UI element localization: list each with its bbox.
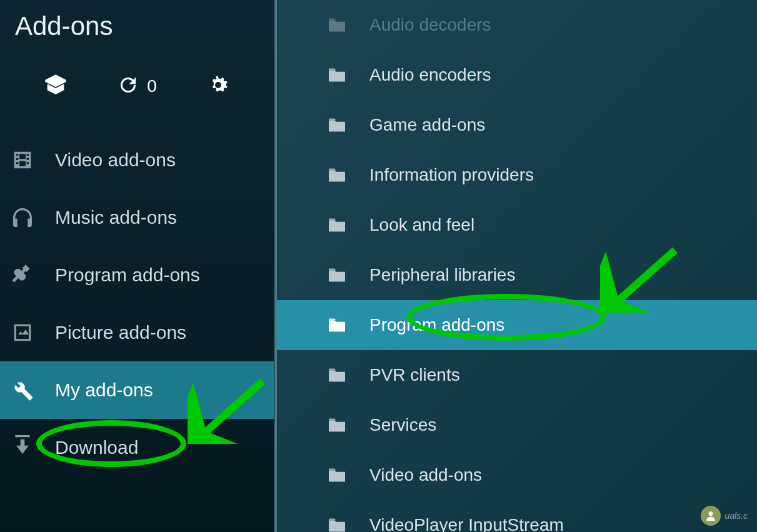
category-item-services[interactable]: Services — [277, 400, 757, 450]
toolbar: 0 — [0, 48, 274, 131]
svg-point-2 — [709, 511, 713, 516]
category-item-video-addons[interactable]: Video add-ons — [277, 450, 757, 500]
refresh-icon — [117, 74, 139, 99]
tools-icon — [10, 263, 35, 288]
category-item-pvr-clients[interactable]: PVR clients — [277, 350, 757, 400]
folder-icon — [327, 167, 347, 183]
sidebar-item-music-addons[interactable]: Music add-ons — [0, 189, 274, 246]
category-item-audio-encoders[interactable]: Audio encoders — [277, 50, 757, 100]
category-label: Information providers — [369, 165, 534, 185]
page-title: Add-ons — [0, 0, 274, 48]
watermark-text: uals.c — [724, 511, 748, 521]
sidebar-item-label: Picture add-ons — [55, 322, 186, 343]
folder-icon — [327, 17, 347, 33]
category-item-peripheral-libraries[interactable]: Peripheral libraries — [277, 250, 757, 300]
folder-icon — [327, 367, 347, 383]
sidebar-item-download[interactable]: Download — [0, 419, 274, 476]
box-button[interactable] — [43, 73, 68, 100]
category-label: Audio decoders — [369, 15, 491, 35]
sidebar-list: Video add-ons Music add-ons Program add-… — [0, 131, 274, 476]
folder-icon — [327, 417, 347, 433]
category-label: PVR clients — [369, 365, 460, 385]
category-item-look-and-feel[interactable]: Look and feel — [277, 200, 757, 250]
right-panel: Audio decoders Audio encoders Game add-o… — [275, 0, 757, 532]
category-item-game-addons[interactable]: Game add-ons — [277, 100, 757, 150]
category-item-program-addons[interactable]: Program add-ons — [277, 300, 757, 350]
category-label: Services — [369, 415, 436, 435]
watermark-avatar-icon — [701, 506, 721, 526]
sidebar: Add-ons 0 Video add-ons — [0, 0, 275, 532]
folder-icon — [327, 117, 347, 133]
category-label: Game add-ons — [369, 115, 485, 135]
folder-icon — [327, 317, 347, 333]
folder-icon — [327, 267, 347, 283]
folder-icon — [327, 67, 347, 83]
film-icon — [10, 148, 35, 173]
category-label: Peripheral libraries — [369, 265, 515, 285]
picture-icon — [10, 320, 35, 345]
category-label: Program add-ons — [369, 315, 504, 335]
category-item-audio-decoders[interactable]: Audio decoders — [277, 0, 757, 50]
gear-icon — [206, 73, 231, 100]
sidebar-item-label: My add-ons — [55, 379, 153, 401]
folder-icon — [327, 467, 347, 483]
sidebar-item-my-addons[interactable]: My add-ons — [0, 361, 274, 419]
sidebar-item-program-addons[interactable]: Program add-ons — [0, 246, 274, 304]
settings-button[interactable] — [206, 73, 231, 100]
category-item-information-providers[interactable]: Information providers — [277, 150, 757, 200]
category-label: Video add-ons — [369, 465, 482, 485]
sidebar-item-label: Program add-ons — [55, 264, 200, 286]
sidebar-item-label: Video add-ons — [55, 149, 176, 171]
sidebar-item-picture-addons[interactable]: Picture add-ons — [0, 304, 274, 361]
sidebar-item-label: Download — [55, 437, 138, 458]
sidebar-item-video-addons[interactable]: Video add-ons — [0, 131, 274, 189]
download-icon — [10, 435, 35, 460]
headphones-icon — [10, 205, 35, 230]
category-item-videoplayer-inputstream[interactable]: VideoPlayer InputStream — [277, 500, 757, 532]
wrench-icon — [10, 378, 35, 403]
category-label: Look and feel — [369, 215, 474, 235]
toolbar-count: 0 — [147, 76, 157, 96]
watermark: uals.c — [701, 506, 748, 526]
category-label: Audio encoders — [369, 65, 491, 85]
box-icon — [43, 73, 68, 100]
folder-icon — [327, 517, 347, 532]
folder-icon — [327, 217, 347, 233]
category-label: VideoPlayer InputStream — [369, 515, 564, 532]
sidebar-item-label: Music add-ons — [55, 207, 177, 228]
refresh-button[interactable]: 0 — [117, 74, 157, 99]
category-list: Audio decoders Audio encoders Game add-o… — [277, 0, 757, 532]
